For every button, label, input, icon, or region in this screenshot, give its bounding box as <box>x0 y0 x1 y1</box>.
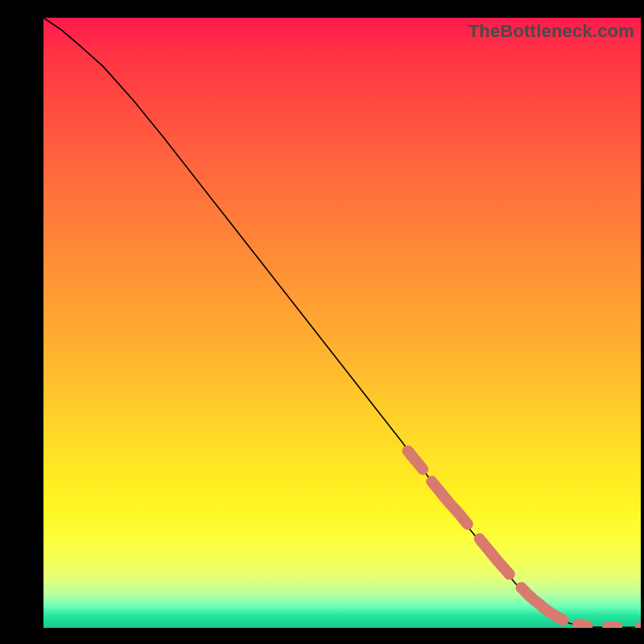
data-point-cluster <box>408 451 423 469</box>
data-point-cluster <box>522 588 564 620</box>
plot-area: TheBottleneck.com <box>43 18 641 628</box>
data-point <box>635 621 641 628</box>
data-point-cluster <box>578 624 587 625</box>
trend-curve <box>43 18 641 627</box>
chart-frame: TheBottleneck.com <box>0 0 644 644</box>
data-point-cluster <box>480 539 510 574</box>
chart-overlay <box>43 18 641 628</box>
data-point-cluster <box>431 481 468 524</box>
